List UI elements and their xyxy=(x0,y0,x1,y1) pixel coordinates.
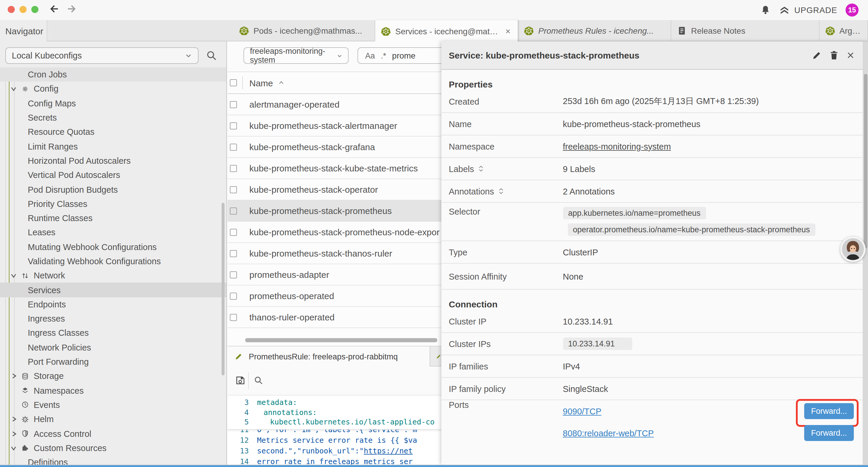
detail-scrollbar-thumb[interactable] xyxy=(864,74,867,248)
sidebar-search-icon[interactable] xyxy=(206,50,217,61)
chevron-right-icon[interactable] xyxy=(10,416,17,423)
close-icon[interactable] xyxy=(846,51,855,60)
sidebar-item-validating-webhook-configurations[interactable]: Validating Webhook Configurations xyxy=(0,254,227,269)
port-link[interactable]: 9090/TCP xyxy=(563,406,601,416)
tab-services[interactable]: Services - icecheng@math...× xyxy=(375,20,518,42)
sidebar-item-config-maps[interactable]: Config Maps xyxy=(0,96,227,111)
back-arrow-icon[interactable] xyxy=(49,3,60,15)
table-row[interactable]: kube-prometheus-stack-grafana xyxy=(227,137,441,158)
detail-row-label: Session Affinity xyxy=(449,272,507,281)
detail-header: Service: kube-prometheus-stack-prometheu… xyxy=(441,41,868,70)
sidebar-item-ingress-classes[interactable]: Ingress Classes xyxy=(0,326,227,341)
sidebar-item-secrets[interactable]: Secrets xyxy=(0,111,227,125)
forward-button[interactable]: Forward... xyxy=(804,425,854,441)
tab-navigator[interactable]: Navigator xyxy=(0,20,47,41)
chevron-right-icon[interactable] xyxy=(10,430,17,437)
row-checkbox[interactable] xyxy=(230,250,237,257)
tab-release[interactable]: Release Notes xyxy=(671,20,819,41)
table-row[interactable]: kube-prometheus-stack-alertmanager xyxy=(227,115,441,137)
sidebar-item-custom-resources[interactable]: Custom Resources xyxy=(0,441,227,455)
table-row[interactable]: alertmanager-operated xyxy=(227,94,441,115)
sidebar-item-pod-disruption-budgets[interactable]: Pod Disruption Budgets xyxy=(0,182,227,197)
tab-close-icon[interactable]: × xyxy=(504,26,512,36)
traffic-light-close[interactable] xyxy=(8,6,15,13)
row-checkbox[interactable] xyxy=(230,207,237,214)
yaml-editor[interactable]: 3metadata:4annotations:5kubectl.kubernet… xyxy=(227,396,441,465)
chevron-down-icon[interactable] xyxy=(10,444,17,451)
sidebar-item-runtime-classes[interactable]: Runtime Classes xyxy=(0,211,227,226)
expand-collapse-icon[interactable] xyxy=(478,165,484,173)
sidebar-item-vertical-pod-autoscalers[interactable]: Vertical Pod Autoscalers xyxy=(0,168,227,182)
sidebar-item-network-policies[interactable]: Network Policies xyxy=(0,340,227,355)
sidebar-item-definitions[interactable]: Definitions xyxy=(0,455,227,465)
runbook-url-link[interactable]: https://net xyxy=(364,446,413,455)
kubeconfig-select[interactable]: Local Kubeconfigs xyxy=(5,47,198,64)
sidebar-item-endpoints[interactable]: Endpoints xyxy=(0,297,227,312)
row-checkbox[interactable] xyxy=(230,165,237,172)
table-row[interactable]: thanos-ruler-operated xyxy=(227,307,441,328)
sidebar-item-config[interactable]: Config xyxy=(0,82,227,96)
chevron-right-icon[interactable] xyxy=(10,373,17,380)
table-row[interactable]: prometheus-adapter xyxy=(227,264,441,286)
sidebar-item-priority-classes[interactable]: Priority Classes xyxy=(0,197,227,211)
dock-tab-next[interactable] xyxy=(431,346,441,367)
sidebar-item-leases[interactable]: Leases xyxy=(0,226,227,240)
sidebar-item-namespaces[interactable]: Namespaces xyxy=(0,383,227,398)
sidebar-item-mutating-webhook-configurations[interactable]: Mutating Webhook Configurations xyxy=(0,240,227,254)
table-row[interactable]: kube-prometheus-stack-operator xyxy=(227,179,441,200)
row-checkbox[interactable] xyxy=(230,143,237,150)
row-checkbox[interactable] xyxy=(230,122,237,129)
sidebar-item-ingresses[interactable]: Ingresses xyxy=(0,312,227,326)
row-checkbox[interactable] xyxy=(230,101,237,108)
tab-argo[interactable]: Argo Se xyxy=(819,20,868,41)
table-row[interactable]: kube-prometheus-stack-prometheus-node-ex… xyxy=(227,222,441,243)
upgrade-button[interactable]: UPGRADE xyxy=(779,5,837,15)
dock-tab-prometheusrule[interactable]: PrometheusRule: freeleaps-prod-rabbitmq xyxy=(227,346,430,367)
notification-count-badge[interactable]: 15 xyxy=(845,4,859,17)
column-header-name[interactable]: Name xyxy=(249,78,285,88)
row-checkbox[interactable] xyxy=(230,186,237,193)
table-row[interactable]: prometheus-operated xyxy=(227,286,441,307)
select-all-checkbox[interactable] xyxy=(230,79,237,86)
forward-arrow-icon[interactable] xyxy=(66,3,78,15)
tab-prometheus[interactable]: Prometheus Rules - icecheng... xyxy=(518,20,671,41)
search-input[interactable]: Aa .* prome xyxy=(358,47,441,64)
sidebar-item-port-forwarding[interactable]: Port Forwarding xyxy=(0,355,227,369)
sidebar-item-limit-ranges[interactable]: Limit Ranges xyxy=(0,139,227,154)
notifications-bell-icon[interactable] xyxy=(761,5,771,16)
chevron-down-icon[interactable] xyxy=(10,272,17,279)
regex-icon[interactable]: .* xyxy=(381,51,386,60)
row-checkbox[interactable] xyxy=(230,292,237,299)
sidebar-item-access-control[interactable]: Access Control xyxy=(0,427,227,441)
sidebar-item-horizontal-pod-autoscalers[interactable]: Horizontal Pod Autoscalers xyxy=(0,154,227,168)
sidebar-item-events[interactable]: Events xyxy=(0,398,227,412)
editor-search-icon[interactable] xyxy=(253,375,264,385)
user-avatar[interactable] xyxy=(840,236,865,262)
chevron-down-icon[interactable] xyxy=(10,85,17,92)
sidebar-scrollbar-thumb[interactable] xyxy=(222,203,224,375)
table-row[interactable]: kube-prometheus-stack-prometheus xyxy=(227,200,441,222)
save-icon[interactable] xyxy=(235,375,245,385)
table-hscrollbar-thumb[interactable] xyxy=(245,338,437,342)
expand-collapse-icon[interactable] xyxy=(498,187,504,195)
tab-pods[interactable]: Pods - icecheng@mathmas... xyxy=(234,20,375,41)
port-link[interactable]: 8080:reloader-web/TCP xyxy=(563,428,654,438)
row-checkbox[interactable] xyxy=(230,229,237,236)
sidebar-item-resource-quotas[interactable]: Resource Quotas xyxy=(0,125,227,139)
sidebar-item-services[interactable]: Services xyxy=(0,283,227,297)
namespace-select[interactable]: freeleaps-monitoring-system xyxy=(243,47,349,64)
sidebar-item-network[interactable]: Network xyxy=(0,268,227,283)
traffic-light-zoom[interactable] xyxy=(31,6,38,13)
row-checkbox[interactable] xyxy=(230,314,237,321)
sidebar-item-cron-jobs[interactable]: Cron Jobs xyxy=(0,67,227,82)
table-row[interactable]: kube-prometheus-stack-thanos-ruler xyxy=(227,243,441,264)
delete-trash-icon[interactable] xyxy=(830,50,838,60)
row-checkbox[interactable] xyxy=(230,271,237,278)
edit-pencil-icon[interactable] xyxy=(812,50,822,60)
table-row[interactable]: kube-prometheus-stack-kube-state-metrics xyxy=(227,158,441,179)
namespace-link[interactable]: freeleaps-monitoring-system xyxy=(563,142,689,151)
sidebar-item-helm[interactable]: Helm xyxy=(0,412,227,427)
traffic-light-minimize[interactable] xyxy=(20,6,27,13)
sidebar-item-storage[interactable]: Storage xyxy=(0,369,227,383)
match-case-icon[interactable]: Aa xyxy=(365,51,375,60)
